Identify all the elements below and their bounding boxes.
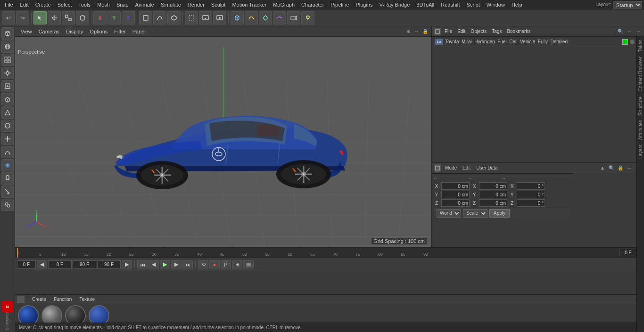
menu-animate[interactable]: Animate [132,1,157,8]
vp-menu-panel[interactable]: Panel [130,28,149,35]
obj-vis-dot-1[interactable] [630,40,635,44]
menu-motion-tracker[interactable]: Motion Tracker [229,1,269,8]
y-axis-button[interactable]: Y [107,11,121,24]
menu-3dtoall[interactable]: 3DToAll [413,1,437,8]
paint-button[interactable] [1,199,14,211]
obj-fwd-icon[interactable]: → [635,28,642,35]
menu-select[interactable]: Select [55,1,75,8]
vp-maximize-icon[interactable]: ⊞ [405,28,412,35]
obj-edit-menu[interactable]: Edit [455,28,467,34]
go-start-btn[interactable]: ⏮ [137,260,148,269]
mat-function-menu[interactable]: Function [52,296,74,302]
snap-button[interactable] [1,67,14,79]
z-rot-input[interactable] [517,199,545,207]
model-mode-button[interactable] [1,27,14,40]
camera-button[interactable] [287,11,300,24]
current-frame-input[interactable] [619,249,638,256]
undo-button[interactable]: ↩ [2,11,15,24]
z-size-input[interactable] [479,199,507,207]
spline-primitive-button[interactable] [1,146,14,158]
obj-file-menu[interactable]: File [443,28,454,34]
light-button[interactable] [301,11,314,24]
obj-search-icon[interactable]: 🔍 [617,28,624,35]
menu-redshift[interactable]: Redshift [438,1,462,8]
attr-arrow-up-icon[interactable]: ▲ [599,164,606,172]
select-tool-button[interactable] [33,11,47,24]
attr-search-icon[interactable]: 🔍 [608,164,615,172]
record-btn[interactable]: ● [209,260,220,269]
vp-menu-filter[interactable]: Filter [111,28,128,35]
vtab-attributes[interactable]: Attributes [637,118,644,142]
vp-menu-options[interactable]: Options [87,28,110,35]
sphere-button[interactable] [1,120,14,132]
menu-simulate[interactable]: Simulate [158,1,184,8]
menu-snap[interactable]: Snap [114,1,132,8]
attr-lock-icon[interactable]: 🔒 [617,164,624,172]
x-pos-input[interactable] [441,182,470,190]
move-tool-button[interactable] [48,11,61,24]
vp-menu-display[interactable]: Display [63,28,86,35]
spline-tool-button[interactable] [153,11,166,24]
obj-tags-menu[interactable]: Tags [490,28,504,34]
object-select-button[interactable] [1,80,14,92]
viewport-canvas[interactable]: Perspective Grid Spacing : 100 cm X Y Z [15,37,431,247]
render-region-button[interactable] [185,11,198,24]
vtab-content-browser[interactable]: Content Browser [637,55,644,93]
magnet-button[interactable] [1,172,14,185]
vtab-takes[interactable]: Takes [637,38,644,54]
obj-bookmarks-menu[interactable]: Bookmarks [505,28,532,34]
rotate-tool-button[interactable] [76,11,89,24]
menu-pipeline[interactable]: Pipeline [328,1,352,8]
frame-down-btn[interactable]: ◀ [37,260,47,269]
menu-vray[interactable]: V-Ray Bridge [377,1,413,8]
grid-button[interactable] [1,54,14,66]
z-pos-input[interactable] [441,199,470,207]
render-button[interactable] [213,11,226,24]
loop-btn[interactable]: ⟲ [198,260,208,269]
redo-button[interactable]: ↩ [16,11,29,24]
attr-edit-menu[interactable]: Edit [461,165,472,171]
nurbs-button[interactable] [259,11,272,24]
next-frame-btn[interactable]: ▶ [171,260,182,269]
mat-create-menu[interactable]: Create [30,296,48,302]
end-frame-input[interactable] [48,260,72,269]
menu-mesh[interactable]: Mesh [94,1,113,8]
object-mode-button[interactable] [139,11,152,24]
vtab-structure[interactable]: Structure [637,95,644,118]
apply-button[interactable]: Apply [489,209,510,218]
preview-grid-btn[interactable]: ⊞ [232,260,242,269]
material-button[interactable] [1,159,14,171]
world-select[interactable]: World [437,209,461,218]
viewport[interactable]: View Cameras Display Options Filter Pane… [15,26,432,247]
vp-menu-view[interactable]: View [18,28,35,35]
spline-button[interactable] [245,11,258,24]
x-rot-input[interactable] [517,182,545,190]
menu-help[interactable]: Help [509,1,525,8]
menu-create[interactable]: Create [33,1,54,8]
timeline-extra-btn[interactable]: ▤ [243,260,254,269]
menu-plugins[interactable]: Plugins [353,1,375,8]
menu-script[interactable]: Script [464,1,483,8]
start-frame-input[interactable] [17,260,36,269]
scale-select[interactable]: Scale [463,209,487,218]
play-btn[interactable]: ▶ [160,260,170,269]
z-axis-button[interactable]: Z [122,11,135,24]
menu-character[interactable]: Character [298,1,327,8]
y-pos-input[interactable] [441,191,470,198]
menu-file[interactable]: File [2,1,16,8]
x-size-input[interactable] [479,182,507,190]
attr-back-icon[interactable]: ← [626,164,633,172]
go-end-btn[interactable]: ⏭ [182,260,193,269]
cube-button[interactable] [231,11,244,24]
scale-tool-button[interactable] [62,11,75,24]
menu-render[interactable]: Render [185,1,207,8]
object-row-toyota[interactable]: Lo Toyota_Mirai_Hydrogen_Fuel_Cell_Vehic… [432,37,644,47]
obj-objects-menu[interactable]: Objects [469,28,488,34]
polygon-tool-button[interactable] [167,11,181,24]
prev-frame-btn[interactable]: ◀ [149,260,159,269]
vp-menu-cameras[interactable]: Cameras [36,28,63,35]
menu-window[interactable]: Window [484,1,508,8]
cone-button[interactable] [1,106,14,119]
play-frame-input[interactable] [73,260,96,269]
play-end-input[interactable] [97,260,121,269]
